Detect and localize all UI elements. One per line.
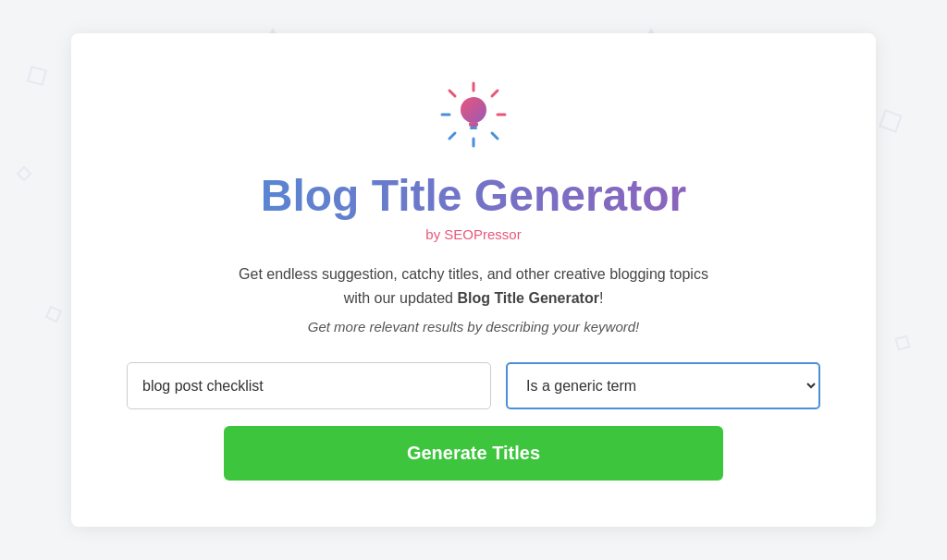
app-title: Blog Title Generator	[127, 170, 820, 221]
keyword-input[interactable]	[127, 362, 491, 409]
app-description: Get endless suggestion, catchy titles, a…	[127, 262, 820, 310]
svg-line-6	[492, 91, 498, 96]
app-tagline: Get more relevant results by describing …	[127, 319, 820, 335]
svg-line-5	[492, 133, 498, 139]
svg-point-8	[461, 97, 486, 123]
svg-line-4	[449, 91, 455, 96]
svg-rect-10	[470, 127, 477, 129]
term-type-select[interactable]: Is a generic termIs a productIs a person…	[506, 362, 820, 409]
app-subtitle: by SEOPressor	[127, 226, 820, 242]
svg-line-7	[449, 133, 455, 139]
main-card: Blog Title Generator by SEOPressor Get e…	[71, 33, 876, 527]
svg-rect-9	[469, 122, 478, 127]
generate-button[interactable]: Generate Titles	[224, 426, 723, 481]
form-row: Is a generic termIs a productIs a person…	[127, 362, 820, 409]
app-logo-icon	[437, 78, 510, 152]
